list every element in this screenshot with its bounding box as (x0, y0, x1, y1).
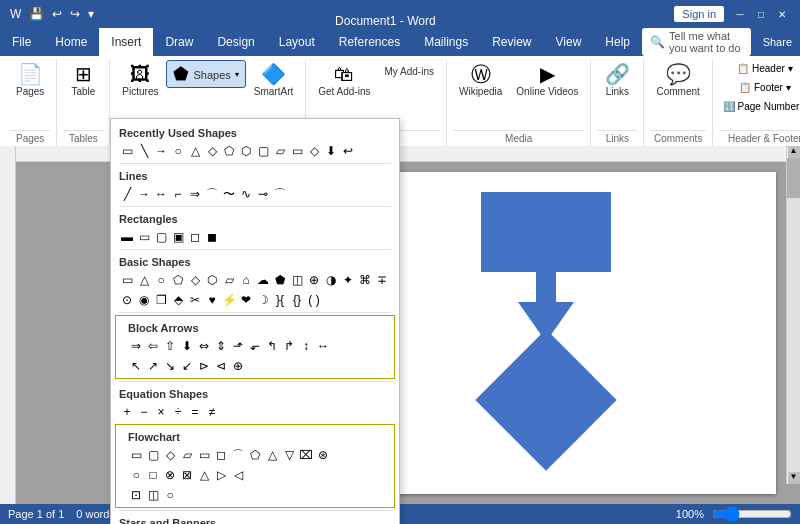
flow2[interactable]: ▢ (145, 447, 161, 463)
basic22[interactable]: ♥ (204, 292, 220, 308)
undo-icon[interactable]: ↩ (50, 5, 64, 23)
flow16[interactable]: ⊠ (179, 467, 195, 483)
pictures-button[interactable]: 🖼 Pictures (116, 60, 164, 101)
shape-process[interactable]: ▭ (289, 143, 305, 159)
flow9[interactable]: △ (264, 447, 280, 463)
basic7[interactable]: ▱ (221, 272, 237, 288)
basic16[interactable]: ∓ (374, 272, 390, 288)
tab-draw[interactable]: Draw (153, 28, 205, 56)
eq1[interactable]: + (119, 404, 135, 420)
tell-me-input[interactable]: Tell me what you want to do (669, 30, 743, 54)
close-button[interactable]: ✕ (772, 4, 792, 24)
barrow18[interactable]: ⊲ (213, 358, 229, 374)
shape-rect[interactable]: ▭ (119, 143, 135, 159)
shape-parallelogram[interactable]: ▱ (272, 143, 288, 159)
online-videos-button[interactable]: ▶ Online Videos (510, 60, 584, 101)
page-number-button[interactable]: 🔢 Page Number ▾ (719, 98, 800, 115)
redo-icon[interactable]: ↪ (68, 5, 82, 23)
flow8[interactable]: ⬠ (247, 447, 263, 463)
shape-circle[interactable]: ○ (170, 143, 186, 159)
barrow2[interactable]: ⇦ (145, 338, 161, 354)
basic25[interactable]: ☽ (255, 292, 271, 308)
shape-rounded-rect[interactable]: ▢ (255, 143, 271, 159)
line-dbl-arrow[interactable]: ⇒ (187, 186, 203, 202)
barrow10[interactable]: ↱ (281, 338, 297, 354)
basic28[interactable]: ( ) (306, 292, 322, 308)
flow13[interactable]: ○ (128, 467, 144, 483)
basic15[interactable]: ⌘ (357, 272, 373, 288)
flow11[interactable]: ⌧ (298, 447, 314, 463)
scroll-down[interactable]: ▼ (788, 472, 800, 484)
basic8[interactable]: ⌂ (238, 272, 254, 288)
rect3[interactable]: ▢ (153, 229, 169, 245)
tab-design[interactable]: Design (205, 28, 266, 56)
basic12[interactable]: ⊕ (306, 272, 322, 288)
line-scribble[interactable]: 〜 (221, 186, 237, 202)
restore-button[interactable]: □ (751, 4, 771, 24)
basic14[interactable]: ✦ (340, 272, 356, 288)
shape-rectangle[interactable] (481, 192, 611, 272)
links-button[interactable]: 🔗 Links (597, 60, 637, 101)
scroll-thumb[interactable] (787, 162, 800, 198)
shape-down-arrow2[interactable]: ⬇ (323, 143, 339, 159)
barrow12[interactable]: ↔ (315, 338, 331, 354)
flow1[interactable]: ▭ (128, 447, 144, 463)
my-addins-button[interactable]: My Add-ins (379, 60, 440, 81)
signin-button[interactable]: Sign in (674, 6, 724, 22)
rect5[interactable]: ◻ (187, 229, 203, 245)
tab-mailings[interactable]: Mailings (412, 28, 480, 56)
barrow6[interactable]: ⇕ (213, 338, 229, 354)
tab-help[interactable]: Help (593, 28, 642, 56)
flow10[interactable]: ▽ (281, 447, 297, 463)
flow22[interactable]: ○ (162, 487, 178, 503)
basic26[interactable]: }{ (272, 292, 288, 308)
barrow13[interactable]: ↖ (128, 358, 144, 374)
barrow1[interactable]: ⇒ (128, 338, 144, 354)
customize-icon[interactable]: ▾ (86, 5, 96, 23)
share-button[interactable]: Share (763, 36, 792, 48)
flow12[interactable]: ⊛ (315, 447, 331, 463)
rect1[interactable]: ▬ (119, 229, 135, 245)
barrow3[interactable]: ⇧ (162, 338, 178, 354)
basic18[interactable]: ◉ (136, 292, 152, 308)
tab-layout[interactable]: Layout (267, 28, 327, 56)
rect6[interactable]: ◼ (204, 229, 220, 245)
line-freeform[interactable]: ∿ (238, 186, 254, 202)
shape-pentagon[interactable]: ⬠ (221, 143, 237, 159)
shapes-button[interactable]: ⬟ Shapes ▾ (166, 60, 245, 88)
flow20[interactable]: ⊡ (128, 487, 144, 503)
rect2[interactable]: ▭ (136, 229, 152, 245)
line-elbow[interactable]: ⌐ (170, 186, 186, 202)
shape-curved-arr[interactable]: ↩ (340, 143, 356, 159)
basic3[interactable]: ○ (153, 272, 169, 288)
tab-insert[interactable]: Insert (99, 28, 153, 56)
pages-button[interactable]: 📄 Pages (10, 60, 50, 101)
flow7[interactable]: ⌒ (230, 447, 246, 463)
tab-view[interactable]: View (544, 28, 594, 56)
basic2[interactable]: △ (136, 272, 152, 288)
flow17[interactable]: △ (196, 467, 212, 483)
basic27[interactable]: {} (289, 292, 305, 308)
line-straight[interactable]: ╱ (119, 186, 135, 202)
shape-line[interactable]: ╲ (136, 143, 152, 159)
basic24[interactable]: ❤ (238, 292, 254, 308)
tab-references[interactable]: References (327, 28, 412, 56)
shape-arrow[interactable]: → (153, 143, 169, 159)
eq3[interactable]: × (153, 404, 169, 420)
basic11[interactable]: ◫ (289, 272, 305, 288)
eq4[interactable]: ÷ (170, 404, 186, 420)
basic20[interactable]: ⬘ (170, 292, 186, 308)
flow5[interactable]: ▭ (196, 447, 212, 463)
basic6[interactable]: ⬡ (204, 272, 220, 288)
get-addins-button[interactable]: 🛍 Get Add-ins (312, 60, 376, 101)
shape-diamond[interactable]: ◇ (204, 143, 220, 159)
barrow16[interactable]: ↙ (179, 358, 195, 374)
basic21[interactable]: ✂ (187, 292, 203, 308)
eq6[interactable]: ≠ (204, 404, 220, 420)
line-connector[interactable]: ⊸ (255, 186, 271, 202)
barrow4[interactable]: ⬇ (179, 338, 195, 354)
rect4[interactable]: ▣ (170, 229, 186, 245)
save-icon[interactable]: 💾 (27, 5, 46, 23)
barrow14[interactable]: ↗ (145, 358, 161, 374)
line-arrow-both[interactable]: ↔ (153, 186, 169, 202)
